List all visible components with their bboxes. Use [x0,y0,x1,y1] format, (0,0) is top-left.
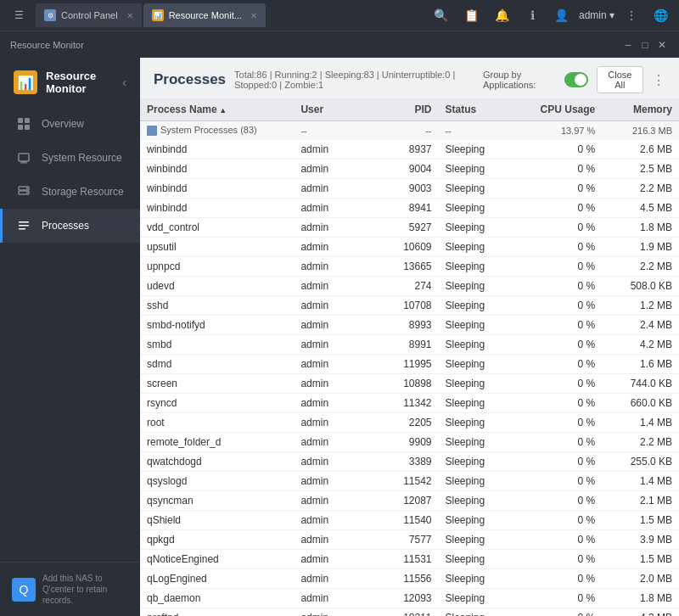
proc-pid: 5927 [371,218,438,238]
table-row[interactable]: rsyncd admin 11342 Sleeping 0 % 660.0 KB [140,394,679,413]
table-row[interactable]: remote_folder_d admin 9909 Sleeping 0 % … [140,433,679,452]
proc-cpu: 0 % [515,160,602,179]
close-all-button[interactable]: Close All [597,66,643,93]
svg-rect-5 [21,161,26,163]
sidebar-item-overview[interactable]: Overview [0,107,140,141]
proc-pid: 8937 [371,140,438,160]
proc-pid: 8941 [371,199,438,218]
table-row[interactable]: winbindd admin 9004 Sleeping 0 % 2.5 MB [140,160,679,179]
more-browser-button[interactable]: ⋮ [620,3,643,27]
proc-name: winbindd [140,179,294,199]
svg-rect-0 [18,118,23,123]
tab-close-resource-monitor[interactable]: ✕ [250,11,257,20]
table-row[interactable]: qNoticeEngined admin 11531 Sleeping 0 % … [140,550,679,569]
maximize-button[interactable]: □ [638,38,652,52]
table-row[interactable]: qsyslogd admin 11542 Sleeping 0 % 1.4 MB [140,472,679,491]
proc-pid: 12093 [371,589,438,608]
header-right: Group by Applications: Close All ⋮ [483,66,665,93]
proc-memory: 1.4 MB [602,472,679,491]
table-row[interactable]: winbindd admin 8941 Sleeping 0 % 4.5 MB [140,199,679,218]
admin-label: admin ▾ [579,9,614,21]
processes-table-container[interactable]: Process Name User PID Status CPU Usage M… [140,98,679,616]
tab-control-panel[interactable]: ⚙ Control Panel ✕ [36,3,142,27]
table-row[interactable]: qwatchdogd admin 3389 Sleeping 0 % 255.0… [140,452,679,472]
proc-pid: 10311 [371,608,438,616]
proc-user: admin [294,608,371,616]
sidebar-item-system-resource[interactable]: System Resource [0,141,140,175]
system-processes-row[interactable]: System Processes (83) -- -- -- 13.97 % 2… [140,121,679,140]
col-header-status[interactable]: Status [439,98,516,121]
table-row[interactable]: upnpcd admin 13665 Sleeping 0 % 2.2 MB [140,257,679,277]
info-button[interactable]: ℹ [521,3,545,27]
proc-cpu: 0 % [515,374,602,394]
sidebar-item-storage-resource[interactable]: Storage Resource [0,175,140,209]
proc-cpu: 0 % [515,413,602,433]
proc-name: qNoticeEngined [140,550,294,569]
table-row[interactable]: winbindd admin 8937 Sleeping 0 % 2.6 MB [140,140,679,160]
sidebar-label-overview: Overview [42,118,84,130]
close-button[interactable]: ✕ [655,38,669,52]
table-row[interactable]: udevd admin 274 Sleeping 0 % 508.0 KB [140,277,679,296]
table-row[interactable]: qpkgd admin 7577 Sleeping 0 % 3.9 MB [140,530,679,550]
proc-status: Sleeping [439,277,516,296]
user-icon[interactable]: 👤 [550,3,574,27]
proc-cpu: 0 % [515,257,602,277]
proc-status: Sleeping [439,394,516,413]
sidebar: 📊 Resource Monitor ‹ Overview System Res… [0,58,140,616]
col-header-pid[interactable]: PID [371,98,438,121]
table-row[interactable]: winbindd admin 9003 Sleeping 0 % 2.2 MB [140,179,679,199]
sidebar-toggle-button[interactable]: ‹ [122,76,126,89]
table-row[interactable]: qb_daemon admin 12093 Sleeping 0 % 1.8 M… [140,589,679,608]
proc-pid: 10609 [371,238,438,257]
proc-cpu: 0 % [515,218,602,238]
sys-proc-name: System Processes (83) [140,121,294,140]
table-row[interactable]: upsutil admin 10609 Sleeping 0 % 1.9 MB [140,238,679,257]
group-by-label: Group by Applications: [483,70,556,90]
processes-heading: Processes [154,71,226,88]
overview-icon [16,116,31,132]
proc-name: smbd [140,335,294,355]
table-row[interactable]: sdmd admin 11995 Sleeping 0 % 1.6 MB [140,355,679,374]
table-row[interactable]: qShield admin 11540 Sleeping 0 % 1.5 MB [140,511,679,530]
svg-rect-6 [20,163,27,164]
proc-pid: 2205 [371,413,438,433]
globe-icon[interactable]: 🌐 [648,3,672,27]
col-header-name[interactable]: Process Name [140,98,294,121]
table-row[interactable]: qsyncman admin 12087 Sleeping 0 % 2.1 MB [140,491,679,511]
table-row[interactable]: smbd admin 8991 Sleeping 0 % 4.2 MB [140,335,679,355]
group-by-toggle[interactable] [564,72,588,87]
table-row[interactable]: root admin 2205 Sleeping 0 % 1.4 MB [140,413,679,433]
proc-user: admin [294,199,371,218]
qcenter-logo: Q [12,578,36,602]
proc-user: admin [294,316,371,335]
table-row[interactable]: screen admin 10898 Sleeping 0 % 744.0 KB [140,374,679,394]
proc-memory: 1.9 MB [602,238,679,257]
browser-menu-button[interactable]: ☰ [7,3,31,27]
admin-button[interactable]: admin ▾ [579,9,614,21]
table-row[interactable]: vdd_control admin 5927 Sleeping 0 % 1.8 … [140,218,679,238]
col-header-cpu[interactable]: CPU Usage [515,98,602,121]
proc-memory: 4.2 MB [602,335,679,355]
more-options-button[interactable]: ⋮ [652,72,665,88]
table-row[interactable]: proftpd admin 10311 Sleeping 0 % 4.2 MB [140,608,679,616]
proc-pid: 8991 [371,335,438,355]
notification-button[interactable]: 🔔 [491,3,514,27]
proc-status: Sleeping [439,472,516,491]
clipboard-button[interactable]: 📋 [460,3,484,27]
table-row[interactable]: qLogEngined admin 11556 Sleeping 0 % 2.0… [140,569,679,589]
sidebar-item-processes[interactable]: Processes [0,209,140,243]
col-header-memory[interactable]: Memory [602,98,679,121]
minimize-button[interactable]: – [621,38,635,52]
col-header-user[interactable]: User [294,98,371,121]
table-row[interactable]: smbd-notifyd admin 8993 Sleeping 0 % 2.4… [140,316,679,335]
app-logo: 📊 [14,70,37,94]
tab-close-control-panel[interactable]: ✕ [126,11,133,20]
table-row[interactable]: sshd admin 10708 Sleeping 0 % 1.2 MB [140,296,679,316]
tab-label-control-panel: Control Panel [61,10,118,20]
processes-title-area: Processes Total:86 | Running:2 | Sleepin… [154,70,483,90]
proc-user: admin [294,550,371,569]
proc-status: Sleeping [439,160,516,179]
search-browser-button[interactable]: 🔍 [429,3,453,27]
tab-resource-monitor[interactable]: 📊 Resource Monit... ✕ [143,3,266,27]
proc-user: admin [294,179,371,199]
